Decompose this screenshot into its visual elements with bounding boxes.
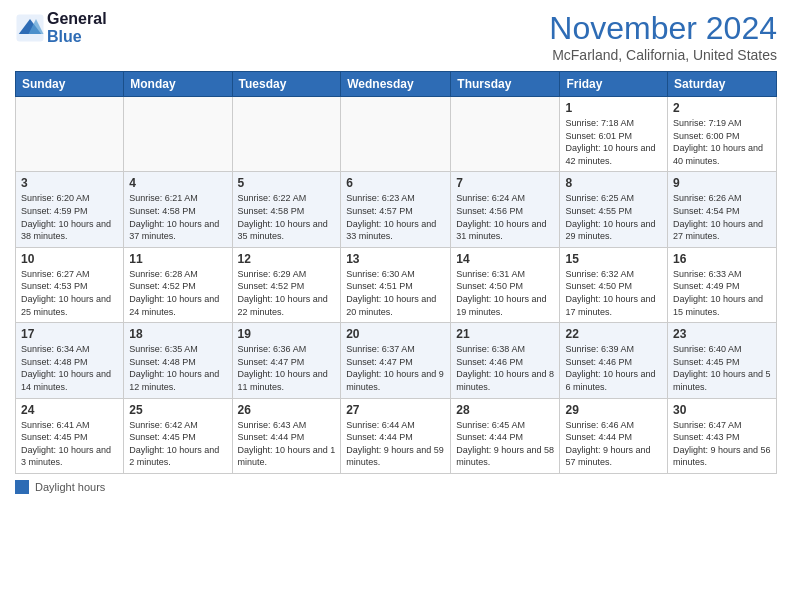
day-info: Sunrise: 6:26 AM Sunset: 4:54 PM Dayligh… — [673, 192, 771, 242]
day-info: Sunrise: 6:24 AM Sunset: 4:56 PM Dayligh… — [456, 192, 554, 242]
day-info: Sunrise: 6:40 AM Sunset: 4:45 PM Dayligh… — [673, 343, 771, 393]
calendar-day-cell: 28Sunrise: 6:45 AM Sunset: 4:44 PM Dayli… — [451, 398, 560, 473]
day-number: 11 — [129, 252, 226, 266]
calendar-day-cell: 22Sunrise: 6:39 AM Sunset: 4:46 PM Dayli… — [560, 323, 668, 398]
day-info: Sunrise: 6:31 AM Sunset: 4:50 PM Dayligh… — [456, 268, 554, 318]
day-number: 6 — [346, 176, 445, 190]
day-info: Sunrise: 6:30 AM Sunset: 4:51 PM Dayligh… — [346, 268, 445, 318]
col-friday: Friday — [560, 72, 668, 97]
day-number: 5 — [238, 176, 336, 190]
calendar-day-cell: 13Sunrise: 6:30 AM Sunset: 4:51 PM Dayli… — [341, 247, 451, 322]
calendar-day-cell: 2Sunrise: 7:19 AM Sunset: 6:00 PM Daylig… — [668, 97, 777, 172]
day-info: Sunrise: 7:19 AM Sunset: 6:00 PM Dayligh… — [673, 117, 771, 167]
day-number: 13 — [346, 252, 445, 266]
day-number: 25 — [129, 403, 226, 417]
day-number: 9 — [673, 176, 771, 190]
page-header: General Blue November 2024 McFarland, Ca… — [15, 10, 777, 63]
day-number: 24 — [21, 403, 118, 417]
day-info: Sunrise: 6:23 AM Sunset: 4:57 PM Dayligh… — [346, 192, 445, 242]
day-info: Sunrise: 6:32 AM Sunset: 4:50 PM Dayligh… — [565, 268, 662, 318]
day-info: Sunrise: 6:37 AM Sunset: 4:47 PM Dayligh… — [346, 343, 445, 393]
calendar-day-cell: 5Sunrise: 6:22 AM Sunset: 4:58 PM Daylig… — [232, 172, 341, 247]
legend-color-box — [15, 480, 29, 494]
logo-icon — [15, 13, 45, 43]
calendar-day-cell: 4Sunrise: 6:21 AM Sunset: 4:58 PM Daylig… — [124, 172, 232, 247]
day-number: 17 — [21, 327, 118, 341]
calendar-day-cell — [232, 97, 341, 172]
calendar-day-cell: 19Sunrise: 6:36 AM Sunset: 4:47 PM Dayli… — [232, 323, 341, 398]
day-info: Sunrise: 6:20 AM Sunset: 4:59 PM Dayligh… — [21, 192, 118, 242]
day-number: 28 — [456, 403, 554, 417]
day-info: Sunrise: 7:18 AM Sunset: 6:01 PM Dayligh… — [565, 117, 662, 167]
page-container: General Blue November 2024 McFarland, Ca… — [0, 0, 792, 504]
day-info: Sunrise: 6:27 AM Sunset: 4:53 PM Dayligh… — [21, 268, 118, 318]
day-number: 15 — [565, 252, 662, 266]
col-wednesday: Wednesday — [341, 72, 451, 97]
title-section: November 2024 McFarland, California, Uni… — [549, 10, 777, 63]
day-number: 27 — [346, 403, 445, 417]
day-info: Sunrise: 6:43 AM Sunset: 4:44 PM Dayligh… — [238, 419, 336, 469]
calendar-week-row: 24Sunrise: 6:41 AM Sunset: 4:45 PM Dayli… — [16, 398, 777, 473]
day-number: 16 — [673, 252, 771, 266]
calendar-day-cell — [124, 97, 232, 172]
day-info: Sunrise: 6:46 AM Sunset: 4:44 PM Dayligh… — [565, 419, 662, 469]
day-info: Sunrise: 6:28 AM Sunset: 4:52 PM Dayligh… — [129, 268, 226, 318]
calendar-day-cell: 8Sunrise: 6:25 AM Sunset: 4:55 PM Daylig… — [560, 172, 668, 247]
calendar-day-cell: 25Sunrise: 6:42 AM Sunset: 4:45 PM Dayli… — [124, 398, 232, 473]
day-info: Sunrise: 6:29 AM Sunset: 4:52 PM Dayligh… — [238, 268, 336, 318]
day-info: Sunrise: 6:41 AM Sunset: 4:45 PM Dayligh… — [21, 419, 118, 469]
logo-text: General Blue — [47, 10, 107, 46]
calendar-day-cell: 20Sunrise: 6:37 AM Sunset: 4:47 PM Dayli… — [341, 323, 451, 398]
day-info: Sunrise: 6:38 AM Sunset: 4:46 PM Dayligh… — [456, 343, 554, 393]
legend: Daylight hours — [15, 480, 777, 494]
calendar-day-cell: 6Sunrise: 6:23 AM Sunset: 4:57 PM Daylig… — [341, 172, 451, 247]
calendar-day-cell: 26Sunrise: 6:43 AM Sunset: 4:44 PM Dayli… — [232, 398, 341, 473]
calendar-week-row: 17Sunrise: 6:34 AM Sunset: 4:48 PM Dayli… — [16, 323, 777, 398]
day-info: Sunrise: 6:36 AM Sunset: 4:47 PM Dayligh… — [238, 343, 336, 393]
day-number: 23 — [673, 327, 771, 341]
day-info: Sunrise: 6:34 AM Sunset: 4:48 PM Dayligh… — [21, 343, 118, 393]
day-number: 18 — [129, 327, 226, 341]
day-number: 19 — [238, 327, 336, 341]
day-number: 12 — [238, 252, 336, 266]
calendar-day-cell: 14Sunrise: 6:31 AM Sunset: 4:50 PM Dayli… — [451, 247, 560, 322]
day-number: 1 — [565, 101, 662, 115]
calendar-day-cell: 17Sunrise: 6:34 AM Sunset: 4:48 PM Dayli… — [16, 323, 124, 398]
month-title: November 2024 — [549, 10, 777, 47]
calendar-day-cell: 18Sunrise: 6:35 AM Sunset: 4:48 PM Dayli… — [124, 323, 232, 398]
calendar-day-cell: 1Sunrise: 7:18 AM Sunset: 6:01 PM Daylig… — [560, 97, 668, 172]
logo: General Blue — [15, 10, 107, 46]
calendar-day-cell — [341, 97, 451, 172]
day-info: Sunrise: 6:33 AM Sunset: 4:49 PM Dayligh… — [673, 268, 771, 318]
day-number: 20 — [346, 327, 445, 341]
calendar-week-row: 3Sunrise: 6:20 AM Sunset: 4:59 PM Daylig… — [16, 172, 777, 247]
col-saturday: Saturday — [668, 72, 777, 97]
col-thursday: Thursday — [451, 72, 560, 97]
day-info: Sunrise: 6:35 AM Sunset: 4:48 PM Dayligh… — [129, 343, 226, 393]
day-number: 26 — [238, 403, 336, 417]
calendar-day-cell: 23Sunrise: 6:40 AM Sunset: 4:45 PM Dayli… — [668, 323, 777, 398]
calendar-day-cell: 9Sunrise: 6:26 AM Sunset: 4:54 PM Daylig… — [668, 172, 777, 247]
calendar-day-cell: 15Sunrise: 6:32 AM Sunset: 4:50 PM Dayli… — [560, 247, 668, 322]
col-tuesday: Tuesday — [232, 72, 341, 97]
day-number: 3 — [21, 176, 118, 190]
day-info: Sunrise: 6:44 AM Sunset: 4:44 PM Dayligh… — [346, 419, 445, 469]
day-number: 8 — [565, 176, 662, 190]
col-monday: Monday — [124, 72, 232, 97]
day-info: Sunrise: 6:42 AM Sunset: 4:45 PM Dayligh… — [129, 419, 226, 469]
day-info: Sunrise: 6:22 AM Sunset: 4:58 PM Dayligh… — [238, 192, 336, 242]
day-number: 4 — [129, 176, 226, 190]
calendar-day-cell: 3Sunrise: 6:20 AM Sunset: 4:59 PM Daylig… — [16, 172, 124, 247]
day-info: Sunrise: 6:25 AM Sunset: 4:55 PM Dayligh… — [565, 192, 662, 242]
calendar-day-cell — [451, 97, 560, 172]
legend-label: Daylight hours — [35, 481, 105, 493]
calendar-day-cell: 11Sunrise: 6:28 AM Sunset: 4:52 PM Dayli… — [124, 247, 232, 322]
calendar-day-cell: 10Sunrise: 6:27 AM Sunset: 4:53 PM Dayli… — [16, 247, 124, 322]
calendar-table: Sunday Monday Tuesday Wednesday Thursday… — [15, 71, 777, 474]
location: McFarland, California, United States — [549, 47, 777, 63]
day-number: 29 — [565, 403, 662, 417]
calendar-day-cell: 27Sunrise: 6:44 AM Sunset: 4:44 PM Dayli… — [341, 398, 451, 473]
day-info: Sunrise: 6:21 AM Sunset: 4:58 PM Dayligh… — [129, 192, 226, 242]
day-number: 14 — [456, 252, 554, 266]
calendar-header-row: Sunday Monday Tuesday Wednesday Thursday… — [16, 72, 777, 97]
